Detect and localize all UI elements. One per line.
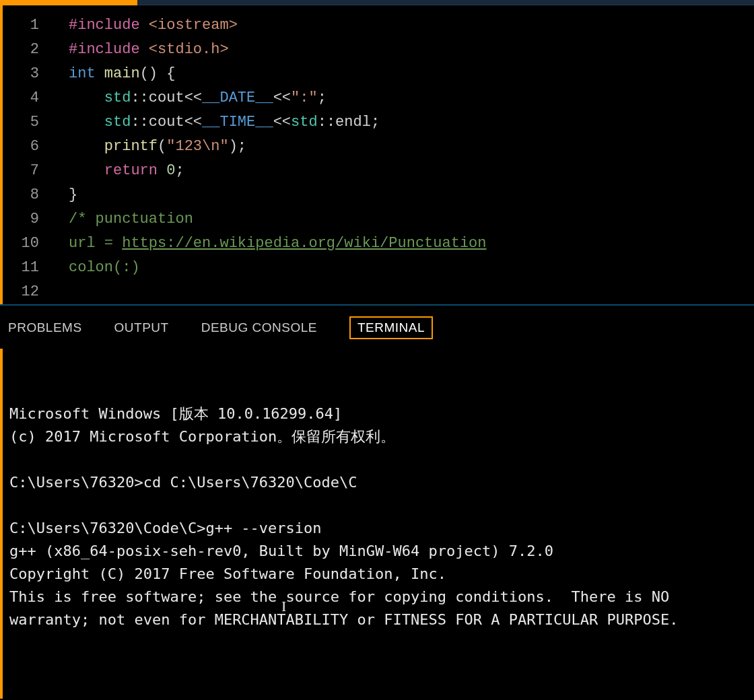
code-area[interactable]: #include <iostream>#include <stdio.h>int… <box>48 5 754 304</box>
line-number: 4 <box>3 86 48 110</box>
code-line[interactable]: #include <iostream> <box>69 13 754 38</box>
code-line[interactable]: int main() { <box>69 62 754 86</box>
text-cursor-icon: I <box>281 595 286 618</box>
tab-output[interactable]: OUTPUT <box>114 320 169 335</box>
terminal-line: This is free software; see the source fo… <box>9 586 747 608</box>
line-number: 7 <box>3 159 48 183</box>
line-number: 10 <box>3 232 48 256</box>
line-number: 3 <box>3 62 48 86</box>
code-line[interactable]: std::cout<<__TIME__<<std::endl; <box>69 110 754 135</box>
line-number: 9 <box>3 207 48 232</box>
terminal-line: Copyright (C) 2017 Free Software Foundat… <box>9 563 747 586</box>
tab-terminal[interactable]: TERMINAL <box>349 316 433 339</box>
tab-problems[interactable]: PROBLEMS <box>8 320 82 335</box>
line-number: 6 <box>3 135 48 159</box>
line-number: 12 <box>3 280 48 304</box>
code-line[interactable]: colon(:) <box>69 256 754 280</box>
terminal-line <box>9 654 747 677</box>
tab-debug-console[interactable]: DEBUG CONSOLE <box>201 320 317 335</box>
terminal-line: (c) 2017 Microsoft Corporation。保留所有权利。 <box>9 425 747 448</box>
code-line[interactable]: url = https://en.wikipedia.org/wiki/Punc… <box>69 232 754 256</box>
terminal-line <box>9 677 747 699</box>
editor-top-border <box>0 0 754 5</box>
line-number-gutter: 123456789101112 <box>3 5 48 304</box>
terminal-line <box>9 631 747 654</box>
code-line[interactable]: #include <stdio.h> <box>69 38 754 62</box>
terminal-line: warranty; not even for MERCHANTABILITY o… <box>9 608 747 631</box>
line-number: 8 <box>3 183 48 207</box>
code-line[interactable]: std::cout<<__DATE__<<":"; <box>69 86 754 110</box>
terminal-line: g++ (x86_64-posix-seh-rev0, Built by Min… <box>9 540 747 563</box>
code-line[interactable]: } <box>69 183 754 207</box>
panel-tab-bar: PROBLEMS OUTPUT DEBUG CONSOLE TERMINAL <box>0 306 754 349</box>
code-editor[interactable]: 123456789101112 #include <iostream>#incl… <box>0 5 754 304</box>
terminal-line <box>9 494 747 517</box>
line-number: 11 <box>3 256 48 280</box>
line-number: 2 <box>3 38 48 62</box>
terminal-line: C:\Users\76320>cd C:\Users\76320\Code\C <box>9 471 747 494</box>
code-line[interactable]: return 0; <box>69 159 754 183</box>
terminal-output: Microsoft Windows [版本 10.0.16299.64](c) … <box>9 403 747 699</box>
terminal-line: Microsoft Windows [版本 10.0.16299.64] <box>9 403 747 425</box>
line-number: 1 <box>3 13 48 38</box>
tab-bar-rest <box>137 0 754 5</box>
tab-indicator <box>0 0 137 5</box>
terminal-panel[interactable]: Microsoft Windows [版本 10.0.16299.64](c) … <box>0 349 754 699</box>
terminal-line <box>9 448 747 471</box>
line-number: 5 <box>3 110 48 135</box>
terminal-line: C:\Users\76320\Code\C>g++ --version <box>9 517 747 540</box>
code-line[interactable]: /* punctuation <box>69 207 754 232</box>
code-line[interactable]: printf("123\n"); <box>69 135 754 159</box>
